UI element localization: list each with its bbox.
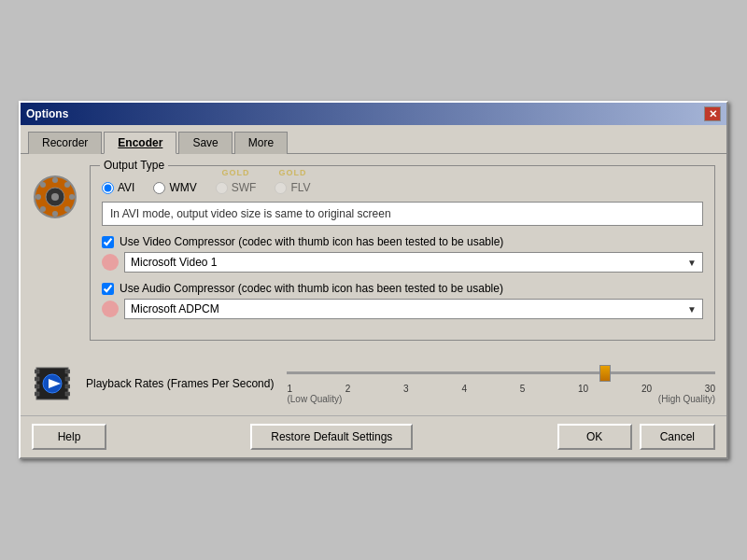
svg-rect-19 (65, 392, 70, 396)
help-button[interactable]: Help (32, 424, 106, 450)
title-bar: Options ✕ (21, 103, 726, 125)
tick-4: 4 (461, 384, 467, 394)
wmv-label[interactable]: WMV (169, 181, 196, 194)
wmv-option: WMV (153, 181, 196, 194)
swf-option: GOLD SWF (216, 181, 257, 194)
audio-compressor-checkbox[interactable] (102, 283, 114, 295)
svg-point-4 (52, 211, 58, 217)
film-reel-icon (33, 175, 78, 219)
cancel-button[interactable]: Cancel (640, 424, 715, 450)
svg-rect-13 (35, 377, 39, 381)
tick-20: 20 (641, 384, 652, 394)
slider-quality-labels: (Low Quality) (High Quality) (287, 394, 715, 404)
restore-button[interactable]: Restore Default Settings (250, 424, 413, 450)
film-frame-icon (35, 366, 70, 401)
swf-radio (216, 182, 228, 194)
avi-radio[interactable] (102, 182, 114, 194)
audio-codec-icon (102, 301, 119, 317)
ok-button[interactable]: OK (557, 424, 632, 450)
output-type-legend: Output Type (100, 159, 168, 172)
slider-line (287, 371, 715, 374)
svg-rect-16 (65, 370, 70, 373)
high-quality-label: (High Quality) (658, 394, 715, 404)
video-compressor-label[interactable]: Use Video Compressor (codec with thumb i… (120, 235, 503, 248)
playback-icon-wrap (32, 363, 73, 404)
video-codec-row: Microsoft Video 1 ▼ (102, 252, 703, 273)
svg-point-3 (52, 177, 58, 183)
svg-point-8 (64, 206, 70, 212)
tabs-row: Recorder Encoder Save More (21, 125, 726, 154)
ok-cancel-group: OK Cancel (557, 424, 715, 450)
low-quality-label: (Low Quality) (287, 394, 342, 404)
avi-label[interactable]: AVI (118, 181, 134, 194)
slider-area: 1 2 3 4 5 10 20 30 (Low Quality) (High Q… (287, 363, 715, 404)
options-window: Options ✕ Recorder Encoder Save More (19, 101, 728, 459)
svg-rect-17 (65, 377, 70, 381)
audio-compressor-row: Use Audio Compressor (codec with thumb i… (102, 282, 703, 295)
svg-rect-15 (35, 392, 39, 396)
avi-info-text: In AVI mode, output video size is same t… (110, 207, 391, 220)
tick-10: 10 (578, 384, 588, 394)
video-compressor-checkbox[interactable] (102, 236, 114, 248)
tick-1: 1 (287, 384, 292, 394)
tab-encoder[interactable]: Encoder (104, 132, 176, 154)
video-codec-value: Microsoft Video 1 (131, 256, 687, 269)
playback-label-text: Playback Rates (Frames Per Second) (86, 377, 274, 390)
tab-more[interactable]: More (234, 132, 288, 154)
close-button[interactable]: ✕ (704, 106, 721, 121)
tick-3: 3 (403, 384, 409, 394)
audio-compressor-label[interactable]: Use Audio Compressor (codec with thumb i… (120, 282, 503, 295)
slider-track[interactable] (287, 363, 715, 382)
flv-option: GOLD FLV (275, 181, 310, 194)
svg-point-2 (51, 193, 59, 201)
video-codec-dropdown-arrow: ▼ (687, 258, 697, 268)
swf-gold-badge: GOLD (222, 168, 250, 177)
window-title: Options (26, 107, 68, 120)
output-type-group: Output Type AVI WMV (90, 165, 715, 341)
tick-5: 5 (520, 384, 526, 394)
audio-codec-dropdown-arrow: ▼ (687, 304, 697, 315)
tick-2: 2 (345, 384, 351, 394)
slider-ticks: 1 2 3 4 5 10 20 30 (287, 382, 715, 394)
swf-label: SWF (232, 181, 257, 194)
tab-save[interactable]: Save (178, 132, 232, 154)
encoder-main-area: Output Type AVI WMV (32, 165, 715, 352)
flv-radio (275, 182, 287, 194)
video-codec-icon (102, 254, 119, 271)
audio-codec-row: Microsoft ADPCM ▼ (102, 299, 703, 319)
slider-thumb[interactable] (599, 365, 611, 382)
wmv-radio[interactable] (153, 182, 165, 194)
flv-gold-badge: GOLD (279, 168, 307, 177)
video-compressor-row: Use Video Compressor (codec with thumb i… (102, 235, 703, 248)
svg-point-7 (40, 182, 46, 188)
settings-content: Output Type AVI WMV (90, 165, 715, 352)
svg-point-10 (64, 182, 70, 188)
flv-label: FLV (290, 181, 310, 194)
svg-point-6 (69, 194, 75, 200)
format-radio-row: AVI WMV GOLD SWF (102, 181, 703, 194)
svg-rect-14 (35, 385, 39, 388)
svg-rect-18 (65, 385, 70, 388)
playback-section: Playback Rates (Frames Per Second) 1 2 3… (32, 363, 715, 404)
encoder-icon-area (32, 165, 78, 352)
bottom-buttons: Help Restore Default Settings OK Cancel (21, 415, 726, 457)
svg-point-5 (35, 194, 41, 200)
tab-recorder[interactable]: Recorder (28, 132, 102, 154)
video-codec-select[interactable]: Microsoft Video 1 ▼ (124, 252, 703, 273)
avi-option: AVI (102, 181, 134, 194)
audio-codec-value: Microsoft ADPCM (131, 302, 687, 315)
avi-info-box: In AVI mode, output video size is same t… (102, 202, 703, 226)
audio-codec-select[interactable]: Microsoft ADPCM ▼ (124, 299, 703, 319)
svg-rect-12 (35, 370, 39, 373)
tick-30: 30 (705, 384, 715, 394)
svg-point-9 (40, 206, 46, 212)
encoder-content: Output Type AVI WMV (21, 154, 726, 415)
